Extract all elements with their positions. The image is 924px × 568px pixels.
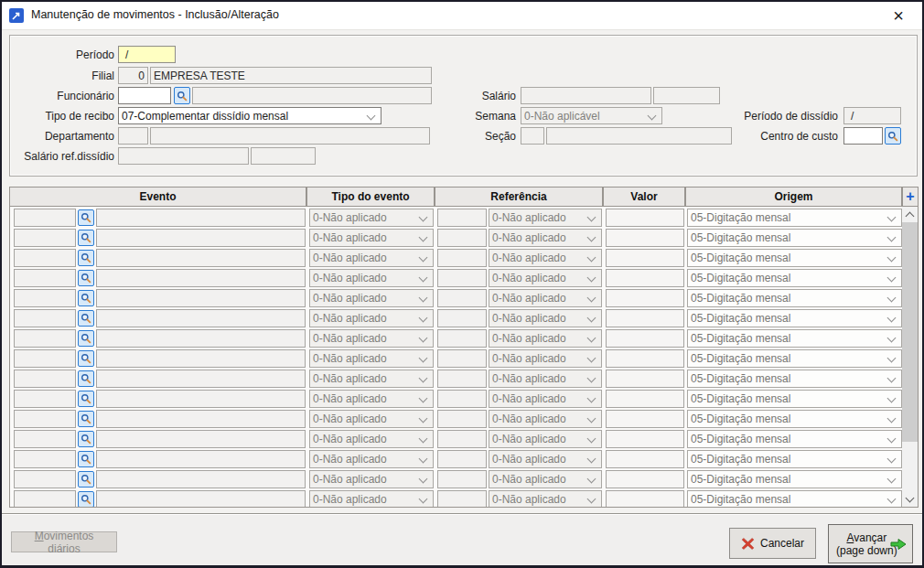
tipo-evento-select[interactable]: 0-Não aplicado [309,490,434,508]
referencia-select[interactable]: 0-Não aplicado [489,490,602,508]
valor-input[interactable] [606,249,684,267]
tipo-evento-select[interactable]: 0-Não aplicado [309,370,434,388]
valor-input[interactable] [606,309,684,327]
referencia-input[interactable] [437,470,487,488]
origem-select[interactable]: 05-Digitação mensal [687,470,902,488]
referencia-input[interactable] [437,450,487,468]
grid-vertical-scrollbar[interactable] [902,207,918,507]
evento-lookup-button[interactable] [78,391,94,407]
referencia-input[interactable] [437,349,487,368]
valor-input[interactable] [606,329,684,348]
valor-input[interactable] [606,269,684,287]
tipo-evento-select[interactable]: 0-Não aplicado [309,410,434,428]
evento-code-input[interactable] [14,390,76,408]
evento-desc-field[interactable] [96,390,306,408]
evento-lookup-button[interactable] [78,451,94,467]
evento-desc-field[interactable] [96,249,306,267]
referencia-select[interactable]: 0-Não aplicado [489,370,602,388]
evento-lookup-button[interactable] [78,250,94,266]
centro-custo-input[interactable] [843,127,883,145]
valor-input[interactable] [606,390,684,408]
valor-input[interactable] [606,490,684,508]
tipo-evento-select[interactable]: 0-Não aplicado [309,229,434,247]
referencia-select[interactable]: 0-Não aplicado [489,390,602,408]
evento-lookup-button[interactable] [78,471,94,488]
evento-desc-field[interactable] [96,450,306,468]
origem-select[interactable]: 05-Digitação mensal [687,249,902,267]
evento-code-input[interactable] [14,450,76,468]
evento-desc-field[interactable] [96,470,306,488]
evento-code-input[interactable] [14,309,76,327]
origem-select[interactable]: 05-Digitação mensal [687,349,902,368]
referencia-select[interactable]: 0-Não aplicado [489,410,602,428]
valor-input[interactable] [606,209,684,227]
advance-page-down-button[interactable]: Avançar (page down) [828,524,913,563]
evento-desc-field[interactable] [96,410,306,428]
evento-code-input[interactable] [14,430,76,448]
scrollbar-thumb[interactable] [902,222,918,442]
valor-input[interactable] [606,410,684,428]
evento-desc-field[interactable] [96,229,306,247]
referencia-input[interactable] [437,410,487,428]
referencia-select[interactable]: 0-Não aplicado [489,269,602,287]
referencia-input[interactable] [437,490,487,508]
referencia-input[interactable] [437,329,487,348]
tipo-evento-select[interactable]: 0-Não aplicado [309,209,434,227]
valor-input[interactable] [606,470,684,488]
evento-code-input[interactable] [14,329,76,348]
evento-lookup-button[interactable] [78,491,94,508]
origem-select[interactable]: 05-Digitação mensal [687,229,902,247]
evento-lookup-button[interactable] [78,370,94,387]
close-icon[interactable]: × [887,4,909,27]
evento-code-input[interactable] [14,370,76,388]
funcionario-lookup-button[interactable] [174,87,190,104]
origem-select[interactable]: 05-Digitação mensal [687,410,902,428]
referencia-input[interactable] [437,209,487,227]
periodo-input[interactable]: / [118,46,176,63]
referencia-select[interactable]: 0-Não aplicado [489,349,602,368]
evento-desc-field[interactable] [96,490,306,508]
tipo-evento-select[interactable]: 0-Não aplicado [309,430,434,448]
tipo-evento-select[interactable]: 0-Não aplicado [309,390,434,408]
origem-select[interactable]: 05-Digitação mensal [687,289,902,307]
evento-lookup-button[interactable] [78,411,94,427]
origem-select[interactable]: 05-Digitação mensal [687,490,902,508]
referencia-select[interactable]: 0-Não aplicado [489,329,602,348]
tipo-evento-select[interactable]: 0-Não aplicado [309,269,434,287]
referencia-select[interactable]: 0-Não aplicado [489,209,602,227]
origem-select[interactable]: 05-Digitação mensal [687,430,902,448]
referencia-input[interactable] [437,370,487,388]
evento-code-input[interactable] [14,209,76,227]
evento-code-input[interactable] [14,490,76,508]
valor-input[interactable] [606,430,684,448]
movimentos-diarios-button[interactable]: Movimentos diários [11,531,117,552]
evento-lookup-button[interactable] [78,290,94,306]
origem-select[interactable]: 05-Digitação mensal [687,209,902,227]
evento-code-input[interactable] [14,249,76,267]
referencia-select[interactable]: 0-Não aplicado [489,470,602,488]
evento-desc-field[interactable] [96,309,306,327]
referencia-input[interactable] [437,390,487,408]
referencia-select[interactable]: 0-Não aplicado [489,309,602,327]
valor-input[interactable] [606,289,684,307]
scroll-up-button[interactable] [902,207,918,222]
evento-lookup-button[interactable] [78,310,94,327]
referencia-input[interactable] [437,309,487,327]
evento-lookup-button[interactable] [78,270,94,286]
tipo-evento-select[interactable]: 0-Não aplicado [309,249,434,267]
evento-lookup-button[interactable] [78,431,94,447]
add-row-button[interactable]: + [902,187,919,207]
referencia-select[interactable]: 0-Não aplicado [489,289,602,307]
evento-lookup-button[interactable] [78,350,94,367]
origem-select[interactable]: 05-Digitação mensal [687,309,902,327]
evento-desc-field[interactable] [96,430,306,448]
tipo-evento-select[interactable]: 0-Não aplicado [309,349,434,368]
origem-select[interactable]: 05-Digitação mensal [687,390,902,408]
referencia-input[interactable] [437,249,487,267]
referencia-input[interactable] [437,289,487,307]
valor-input[interactable] [606,349,684,368]
tipo-evento-select[interactable]: 0-Não aplicado [309,470,434,488]
evento-code-input[interactable] [14,269,76,287]
referencia-input[interactable] [437,269,487,287]
evento-desc-field[interactable] [96,329,306,348]
